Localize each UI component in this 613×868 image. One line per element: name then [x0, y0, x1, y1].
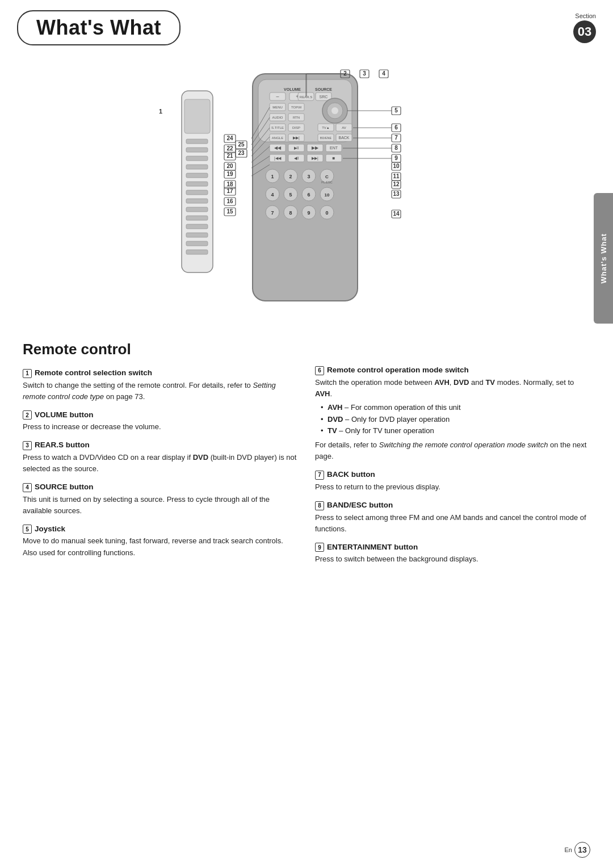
svg-rect-5 [186, 165, 208, 169]
item-9-num: 9 [315, 543, 324, 552]
svg-text:19: 19 [226, 171, 233, 177]
svg-text:■: ■ [333, 156, 335, 161]
item-2-heading: 2 VOLUME button [23, 410, 298, 420]
page-footer: En 13 [0, 842, 613, 858]
item-3-title: REAR.S button [35, 441, 90, 449]
item-6: 6 Remote control operation mode switch S… [315, 366, 590, 462]
svg-text:7: 7 [271, 210, 274, 216]
item-4-num: 4 [23, 483, 32, 492]
section-title: Remote control [23, 341, 298, 358]
item-5-heading: 5 Joystick [23, 525, 298, 534]
item-6-heading: 6 Remote control operation mode switch [315, 366, 590, 375]
svg-text:MENU: MENU [272, 106, 283, 109]
svg-text:11: 11 [393, 173, 400, 179]
side-tab-label: What's What [599, 233, 608, 283]
svg-text:18: 18 [226, 181, 233, 187]
svg-text:14: 14 [393, 211, 400, 217]
item-3-heading: 3 REAR.S button [23, 441, 298, 450]
page-title: What's What [36, 16, 161, 40]
page-num-circle: 13 [574, 842, 590, 858]
svg-text:SRC: SRC [320, 95, 328, 99]
svg-text:6: 6 [307, 192, 310, 198]
bullet-tv: TV – Only for TV tuner operation [321, 425, 590, 437]
item-8-num: 8 [315, 501, 324, 510]
item-1: 1 Remote control selection switch Switch… [23, 368, 298, 402]
svg-text:|◀◀: |◀◀ [274, 156, 282, 161]
svg-text:–: – [276, 94, 279, 99]
svg-rect-10 [186, 207, 208, 212]
svg-text:RTN: RTN [293, 116, 300, 119]
page-header: What's What Section 03 [0, 0, 613, 45]
item-1-title: Remote control selection switch [35, 368, 152, 377]
item-1-text: Switch to change the setting of the remo… [23, 380, 298, 402]
svg-text:5: 5 [289, 192, 292, 198]
svg-rect-11 [186, 216, 208, 220]
svg-text:17: 17 [226, 188, 233, 194]
item-3: 3 REAR.S button Press to watch a DVD/Vid… [23, 441, 298, 475]
section-info: Section 03 [573, 12, 596, 43]
svg-text:5: 5 [394, 107, 398, 114]
svg-text:9: 9 [307, 210, 310, 216]
svg-text:23: 23 [238, 150, 245, 156]
svg-text:4: 4 [271, 192, 274, 198]
item-5-text: Move to do manual seek tuning, fast forw… [23, 535, 298, 558]
item-7-num: 7 [315, 471, 324, 480]
svg-rect-13 [186, 233, 208, 237]
item-4-text: This unit is turned on by selecting a so… [23, 494, 298, 517]
item-6-bullets: AVH – For common operation of this unit … [321, 402, 590, 437]
item-1-num: 1 [23, 369, 32, 378]
right-column: 6 Remote control operation mode switch S… [315, 341, 590, 573]
svg-rect-2 [186, 139, 208, 144]
svg-text:6: 6 [394, 124, 398, 131]
svg-rect-4 [186, 156, 208, 161]
title-box: What's What [17, 10, 180, 45]
svg-text:12: 12 [393, 181, 400, 187]
svg-text:7: 7 [394, 135, 398, 141]
svg-text:AUDIO: AUDIO [272, 116, 283, 119]
item-2: 2 VOLUME button Press to increase or dec… [23, 410, 298, 433]
item-6-title: Remote control operation mode switch [327, 366, 469, 374]
section-number: 03 [573, 20, 596, 43]
item-6-num: 6 [315, 366, 324, 375]
item-8-text: Press to select among three FM and one A… [315, 512, 590, 535]
svg-text:▶▶|: ▶▶| [293, 136, 300, 140]
svg-rect-7 [186, 182, 208, 186]
svg-text:16: 16 [226, 198, 233, 204]
item-9-text: Press to switch between the background d… [315, 553, 590, 565]
item-6-text: Switch the operation mode between AVH, D… [315, 377, 590, 400]
svg-point-31 [331, 107, 338, 114]
item-2-title: VOLUME button [35, 410, 93, 419]
svg-text:▶▶: ▶▶ [312, 145, 319, 150]
item-8-heading: 8 BAND/ESC button [315, 501, 590, 510]
svg-text:◀◀: ◀◀ [274, 145, 282, 150]
svg-text:1: 1 [271, 174, 274, 179]
svg-text:▶II: ▶II [294, 146, 299, 150]
svg-text:9: 9 [394, 155, 398, 161]
svg-text:VOLUME: VOLUME [284, 87, 301, 91]
svg-text:1: 1 [159, 108, 162, 115]
svg-text:S.TITLE: S.TITLE [271, 126, 284, 129]
svg-text:BACK: BACK [338, 136, 349, 140]
svg-text:C: C [325, 174, 329, 179]
svg-text:4: 4 [382, 70, 385, 77]
svg-text:SOURCE: SOURCE [315, 87, 332, 91]
content-area: Remote control 1 Remote control selectio… [0, 329, 613, 585]
item-4-title: SOURCE button [35, 483, 94, 491]
item-7-heading: 7 BACK button [315, 470, 590, 480]
bullet-avh: AVH – For common operation of this unit [321, 402, 590, 414]
item-3-num: 3 [23, 441, 32, 450]
svg-text:TOP.M: TOP.M [291, 106, 301, 109]
svg-text:DISP: DISP [292, 126, 300, 129]
left-column: Remote control 1 Remote control selectio… [23, 341, 298, 573]
svg-text:8: 8 [394, 145, 398, 151]
svg-rect-12 [186, 224, 208, 229]
svg-text:20: 20 [226, 163, 233, 169]
item-4-heading: 4 SOURCE button [23, 483, 298, 492]
svg-text:BD/ENE: BD/ENE [320, 136, 332, 140]
svg-text:8: 8 [289, 210, 292, 216]
item-6-footer: For details, refer to Switching the remo… [315, 439, 590, 462]
item-9-heading: 9 ENTERTAINMENT button [315, 543, 590, 552]
item-8-title: BAND/ESC button [327, 501, 393, 509]
svg-text:FL.ESC: FL.ESC [321, 181, 332, 184]
item-5-title: Joystick [35, 525, 65, 533]
